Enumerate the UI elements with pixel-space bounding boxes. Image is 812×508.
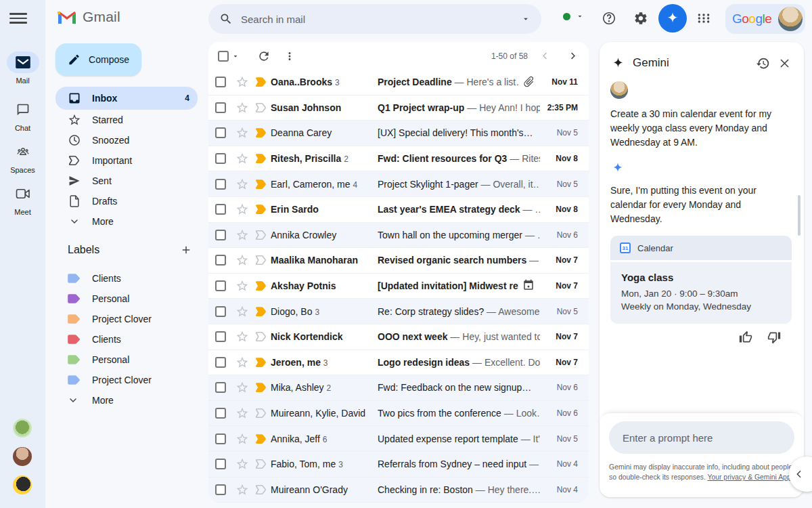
row-checkbox[interactable] [215,179,226,190]
select-all-control[interactable] [218,51,240,62]
table-row[interactable]: Jeroen, me 3Logo redesign ideas — Excell… [208,350,589,376]
table-row[interactable]: Earl, Cameron, me 4Project Skylight 1-pa… [208,171,589,197]
table-row[interactable]: Maalika ManoharanRevised organic search … [208,248,589,274]
compose-button[interactable]: Compose [55,43,141,76]
sidebar-item-sent[interactable]: Sent [55,171,198,191]
importance-marker-icon[interactable] [254,152,268,165]
user-avatar[interactable] [778,7,803,31]
importance-marker-icon[interactable] [254,305,268,318]
label-item-clients[interactable]: Clients [55,329,198,350]
sidebar-item-important[interactable]: Important [55,150,198,171]
main-menu-button[interactable] [9,10,27,26]
status-selector[interactable] [563,12,584,20]
star-icon[interactable] [235,483,249,496]
thumbs-up-button[interactable] [739,331,752,344]
table-row[interactable]: Ritesh, Priscilla 2Fwd: Client resources… [208,146,589,172]
account-pill[interactable]: Google [725,4,805,34]
row-checkbox[interactable] [215,102,226,113]
older-page-button[interactable] [568,51,578,61]
thumbs-down-button[interactable] [767,331,781,344]
star-icon[interactable] [235,253,249,267]
table-row[interactable]: Erin SardoLast year's EMEA strategy deck… [208,197,589,223]
rail-item-meet[interactable]: Meet [0,183,45,216]
search-options-caret-icon[interactable] [521,14,531,24]
importance-marker-icon[interactable] [254,203,268,216]
importance-marker-icon[interactable] [254,356,268,369]
importance-marker-icon[interactable] [254,253,268,267]
gemini-toggle-button[interactable] [658,4,687,33]
more-actions-button[interactable] [280,47,299,66]
label-item-more[interactable]: More [55,390,198,410]
rail-item-spaces[interactable]: Spaces [0,141,45,174]
star-icon[interactable] [235,126,249,140]
star-icon[interactable] [235,152,249,165]
settings-button[interactable] [631,9,650,28]
importance-marker-icon[interactable] [254,101,268,114]
table-row[interactable]: Deanna Carey[UX] Special delivery! This … [208,121,589,146]
row-checkbox[interactable] [215,484,226,495]
prompt-input[interactable]: Enter a prompt here [609,421,794,454]
search-icon[interactable] [219,12,233,26]
history-button[interactable] [754,54,771,72]
label-item-personal[interactable]: Personal [55,350,198,370]
sidebar-item-drafts[interactable]: Drafts [55,191,198,211]
label-item-clients[interactable]: Clients [55,268,198,289]
importance-marker-icon[interactable] [254,126,268,140]
row-checkbox[interactable] [215,204,226,215]
contact-avatar-2[interactable] [13,447,32,466]
select-caret-icon[interactable] [231,52,240,60]
row-checkbox[interactable] [215,433,226,444]
row-checkbox[interactable] [215,357,226,368]
star-icon[interactable] [235,406,249,420]
rail-item-mail[interactable]: Mail [0,51,45,85]
row-checkbox[interactable] [215,255,226,266]
sidebar-item-starred[interactable]: Starred [55,110,198,130]
row-checkbox[interactable] [215,408,226,419]
star-icon[interactable] [235,457,249,471]
row-checkbox[interactable] [215,459,226,469]
contact-avatar-1[interactable] [13,419,32,438]
importance-marker-icon[interactable] [254,432,268,446]
row-checkbox[interactable] [215,230,226,240]
star-icon[interactable] [235,75,249,89]
row-checkbox[interactable] [215,77,226,87]
importance-marker-icon[interactable] [254,381,268,394]
importance-marker-icon[interactable] [254,330,268,343]
table-row[interactable]: Annika, Jeff 6Updated expense report tem… [208,426,589,452]
star-icon[interactable] [235,356,249,369]
table-row[interactable]: Nick KortendickOOO next week — Hey, just… [208,324,589,350]
label-item-personal[interactable]: Personal [55,289,198,309]
table-row[interactable]: Muireann O'GradyChecking in re: Boston —… [208,478,589,503]
importance-marker-icon[interactable] [254,228,268,242]
star-icon[interactable] [235,330,249,343]
star-icon[interactable] [235,432,249,446]
table-row[interactable]: Susan JohnsonQ1 Project wrap-up — Hey An… [208,96,589,121]
newer-page-button[interactable] [540,51,550,61]
search-bar[interactable] [208,4,541,34]
table-row[interactable]: Muireann, Kylie, DavidTwo pics from the … [208,401,589,427]
privacy-link[interactable]: Your privacy & Gemini Apps [707,473,794,481]
row-checkbox[interactable] [215,306,226,317]
table-row[interactable]: Fabio, Tom, me 3Referrals from Sydney – … [208,452,589,478]
importance-marker-icon[interactable] [254,483,268,496]
star-icon[interactable] [235,279,249,293]
star-icon[interactable] [235,203,249,216]
importance-marker-icon[interactable] [254,279,268,293]
help-button[interactable] [600,9,618,28]
sidebar-item-snoozed[interactable]: Snoozed [55,130,198,150]
importance-marker-icon[interactable] [254,406,268,420]
search-input[interactable] [241,14,521,25]
star-icon[interactable] [235,305,249,318]
importance-marker-icon[interactable] [254,457,268,471]
star-icon[interactable] [235,177,249,191]
gmail-logo[interactable]: Gmail [57,9,120,25]
table-row[interactable]: Akshay Potnis[Updated invitation] Midwes… [208,274,589,299]
label-item-project-clover[interactable]: Project Clover [55,370,198,390]
star-icon[interactable] [235,101,249,114]
apps-button[interactable] [694,9,713,28]
importance-marker-icon[interactable] [254,177,268,191]
table-row[interactable]: Oana..Brooks 3Project Deadline — Here's … [208,70,589,96]
rail-item-chat[interactable]: Chat [0,99,45,132]
select-all-checkbox[interactable] [218,51,229,62]
table-row[interactable]: Diogo, Bo 3Re: Corp strategy slides? — A… [208,299,589,324]
